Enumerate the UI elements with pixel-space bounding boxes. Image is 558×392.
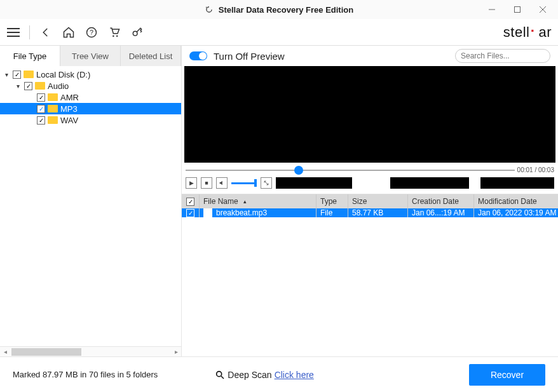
volume-thumb[interactable]: [254, 179, 257, 187]
folder-icon: [35, 82, 45, 90]
scroll-thumb[interactable]: [11, 348, 81, 356]
svg-point-11: [133, 31, 137, 36]
media-controls: ▶ ■: [182, 175, 558, 194]
checkbox[interactable]: ✓: [13, 71, 21, 79]
left-panel: File Type Tree View Deleted List ▾ ✓ Loc…: [0, 46, 182, 356]
toolbar: ? stell⠂ar: [0, 19, 558, 46]
preview-area: [184, 66, 555, 163]
stop-button[interactable]: ■: [201, 177, 212, 189]
back-icon[interactable]: [39, 25, 53, 39]
tree-node-audio[interactable]: ▾ ✓ Audio: [0, 80, 181, 91]
recover-button[interactable]: Recover: [469, 364, 545, 386]
tree-label: WAV: [60, 116, 78, 125]
tree-node-mp3[interactable]: ✓ MP3: [0, 103, 181, 114]
tree-node-amr[interactable]: ✓ AMR: [0, 91, 181, 103]
marked-status: Marked 87.97 MB in 70 files in 5 folders: [13, 370, 158, 379]
waveform-block-3: [480, 177, 554, 189]
svg-point-9: [112, 35, 114, 37]
popout-button[interactable]: [261, 177, 272, 189]
tree-hscroll[interactable]: ◂ ▸: [0, 346, 181, 356]
folder-icon: [24, 71, 34, 78]
mute-button[interactable]: [216, 177, 228, 189]
header-checkbox[interactable]: ✓: [182, 194, 200, 208]
cell-type: File: [316, 208, 348, 217]
checkbox[interactable]: ✓: [37, 116, 45, 125]
brand-logo: stell⠂ar: [503, 24, 552, 41]
row-checkbox[interactable]: ✓: [186, 209, 194, 217]
folder-tree[interactable]: ▾ ✓ Local Disk (D:) ▾ ✓ Audio ✓ AMR ✓ MP…: [0, 66, 181, 346]
tree-label: AMR: [60, 93, 79, 102]
time-display: 00:01 / 00:03: [517, 166, 554, 173]
cart-icon[interactable]: [107, 25, 121, 39]
tree-label: Local Disk (D:): [36, 70, 90, 79]
footer: Marked 87.97 MB in 70 files in 5 folders…: [0, 356, 558, 392]
home-icon[interactable]: [62, 25, 76, 39]
svg-line-15: [221, 376, 224, 379]
deep-scan-prompt: Deep Scan Click here: [215, 370, 314, 380]
checkbox[interactable]: ✓: [37, 93, 45, 102]
file-table: ✓ File Name▴ Type Size Creation Date Mod…: [182, 194, 558, 356]
expand-icon[interactable]: ▾: [3, 71, 10, 78]
search-icon: [215, 370, 225, 380]
tree-node-wav[interactable]: ✓ WAV: [0, 114, 181, 126]
window-title: Stellar Data Recovery Free Edition: [205, 5, 353, 15]
minimize-button[interactable]: [479, 0, 505, 19]
tree-label: MP3: [60, 104, 78, 114]
waveform-block-2: [390, 177, 469, 189]
search-field[interactable]: [461, 51, 556, 60]
waveform-block-1: [276, 177, 352, 189]
stellar-icon: [205, 5, 214, 14]
col-size[interactable]: Size: [348, 194, 408, 208]
file-icon: [203, 208, 212, 217]
scroll-right-icon[interactable]: ▸: [171, 348, 181, 355]
table-body: ✓ breakbeat.mp3 File 58.77 KB Jan 06...:…: [182, 208, 558, 356]
maximize-button[interactable]: [505, 0, 530, 19]
seek-bar[interactable]: 00:01 / 00:03: [182, 163, 558, 175]
svg-text:?: ?: [90, 29, 93, 36]
cell-name: breakbeat.mp3: [200, 208, 316, 217]
key-icon[interactable]: [130, 25, 144, 39]
expand-icon[interactable]: ▾: [14, 83, 22, 90]
left-tabs: File Type Tree View Deleted List: [0, 46, 181, 66]
play-button[interactable]: ▶: [186, 177, 197, 189]
cell-size: 58.77 KB: [348, 208, 408, 217]
title-bar: Stellar Data Recovery Free Edition: [0, 0, 558, 19]
folder-icon: [48, 93, 58, 101]
checkbox[interactable]: ✓: [37, 105, 45, 113]
col-filename[interactable]: File Name▴: [200, 194, 316, 208]
table-header: ✓ File Name▴ Type Size Creation Date Mod…: [182, 194, 558, 208]
svg-point-10: [116, 35, 118, 37]
cell-mdate: Jan 06, 2022 03:19 AM: [474, 208, 558, 217]
preview-toggle[interactable]: Turn Off Preview: [189, 51, 285, 62]
tab-deleted-list[interactable]: Deleted List: [121, 46, 181, 66]
help-icon[interactable]: ?: [85, 25, 99, 39]
checkbox[interactable]: ✓: [24, 82, 32, 90]
preview-toggle-label: Turn Off Preview: [214, 51, 285, 62]
right-panel: Turn Off Preview 00:01 / 00:03 ▶ ■: [182, 46, 558, 356]
svg-rect-1: [515, 7, 521, 13]
tab-tree-view[interactable]: Tree View: [60, 46, 121, 66]
table-row[interactable]: ✓ breakbeat.mp3 File 58.77 KB Jan 06...:…: [182, 208, 558, 217]
cell-cdate: Jan 06...:19 AM: [408, 208, 474, 217]
col-cdate[interactable]: Creation Date: [408, 194, 474, 208]
tab-file-type[interactable]: File Type: [0, 46, 60, 66]
svg-point-14: [217, 371, 222, 376]
folder-icon: [48, 105, 58, 112]
deep-scan-link[interactable]: Click here: [275, 370, 314, 380]
folder-icon: [48, 116, 58, 124]
tree-label: Audio: [48, 81, 69, 91]
seek-track[interactable]: [186, 170, 515, 171]
search-input[interactable]: [455, 49, 550, 63]
volume-slider[interactable]: [231, 182, 257, 184]
toggle-switch[interactable]: [189, 51, 207, 60]
col-type[interactable]: Type: [316, 194, 348, 208]
menu-icon[interactable]: [6, 25, 20, 39]
scroll-left-icon[interactable]: ◂: [0, 348, 10, 355]
col-mdate[interactable]: Modification Date: [474, 194, 558, 208]
close-button[interactable]: [530, 0, 555, 19]
tree-node-root[interactable]: ▾ ✓ Local Disk (D:): [0, 69, 181, 80]
seek-thumb[interactable]: [294, 166, 303, 175]
